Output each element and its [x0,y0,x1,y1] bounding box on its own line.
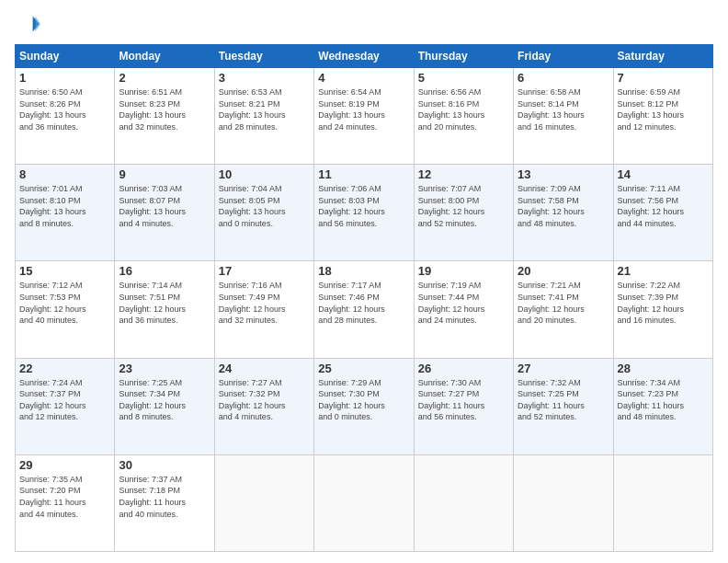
day-info: Sunrise: 7:14 AM Sunset: 7:51 PM Dayligh… [119,280,210,326]
calendar-cell: 12Sunrise: 7:07 AM Sunset: 8:00 PM Dayli… [414,165,513,261]
weekday-header-row: SundayMondayTuesdayWednesdayThursdayFrid… [16,45,713,68]
day-info: Sunrise: 7:06 AM Sunset: 8:03 PM Dayligh… [318,183,409,229]
calendar-cell: 27Sunrise: 7:32 AM Sunset: 7:25 PM Dayli… [514,358,613,454]
day-number: 17 [219,264,310,278]
day-number: 22 [19,362,110,375]
calendar-cell: 18Sunrise: 7:17 AM Sunset: 7:46 PM Dayli… [314,261,414,358]
day-number: 14 [618,167,709,181]
day-info: Sunrise: 7:22 AM Sunset: 7:39 PM Dayligh… [618,280,709,326]
calendar-cell [613,454,712,551]
day-info: Sunrise: 7:07 AM Sunset: 8:00 PM Dayligh… [418,183,509,229]
weekday-header-sunday: Sunday [16,45,115,68]
calendar-cell: 7Sunrise: 6:59 AM Sunset: 8:12 PM Daylig… [613,68,712,165]
calendar-cell: 11Sunrise: 7:06 AM Sunset: 8:03 PM Dayli… [314,165,414,261]
day-number: 16 [119,264,210,278]
page: SundayMondayTuesdayWednesdayThursdayFrid… [0,0,728,563]
header [15,11,713,37]
day-info: Sunrise: 7:30 AM Sunset: 7:27 PM Dayligh… [418,377,509,423]
day-info: Sunrise: 7:35 AM Sunset: 7:20 PM Dayligh… [19,474,110,520]
day-number: 13 [518,167,609,181]
calendar-cell: 22Sunrise: 7:24 AM Sunset: 7:37 PM Dayli… [16,358,115,454]
day-number: 19 [418,264,509,278]
day-info: Sunrise: 6:51 AM Sunset: 8:23 PM Dayligh… [119,86,210,132]
day-info: Sunrise: 7:04 AM Sunset: 8:05 PM Dayligh… [219,183,310,229]
day-info: Sunrise: 7:24 AM Sunset: 7:37 PM Dayligh… [19,377,110,423]
weekday-header-tuesday: Tuesday [214,45,313,68]
calendar-cell: 23Sunrise: 7:25 AM Sunset: 7:34 PM Dayli… [115,358,214,454]
day-number: 29 [19,458,110,472]
calendar-cell: 21Sunrise: 7:22 AM Sunset: 7:39 PM Dayli… [613,261,712,358]
calendar-cell: 9Sunrise: 7:03 AM Sunset: 8:07 PM Daylig… [115,165,214,261]
day-info: Sunrise: 7:21 AM Sunset: 7:41 PM Dayligh… [518,280,609,326]
calendar-cell [314,454,414,551]
calendar-cell: 20Sunrise: 7:21 AM Sunset: 7:41 PM Dayli… [514,261,613,358]
calendar-cell [214,454,313,551]
calendar-table: SundayMondayTuesdayWednesdayThursdayFrid… [15,44,713,552]
calendar-cell: 10Sunrise: 7:04 AM Sunset: 8:05 PM Dayli… [214,165,313,261]
svg-marker-1 [35,17,40,32]
day-info: Sunrise: 7:37 AM Sunset: 7:18 PM Dayligh… [119,474,210,520]
day-number: 5 [418,71,509,85]
day-info: Sunrise: 6:54 AM Sunset: 8:19 PM Dayligh… [318,86,409,132]
day-info: Sunrise: 7:34 AM Sunset: 7:23 PM Dayligh… [618,377,709,423]
calendar-week-row: 15Sunrise: 7:12 AM Sunset: 7:53 PM Dayli… [16,261,713,358]
weekday-header-saturday: Saturday [613,45,712,68]
day-number: 20 [518,264,609,278]
weekday-header-monday: Monday [115,45,214,68]
calendar-cell: 26Sunrise: 7:30 AM Sunset: 7:27 PM Dayli… [414,358,513,454]
day-info: Sunrise: 7:12 AM Sunset: 7:53 PM Dayligh… [19,280,110,326]
day-number: 9 [119,167,210,181]
calendar-cell: 5Sunrise: 6:56 AM Sunset: 8:16 PM Daylig… [414,68,513,165]
calendar-cell [514,454,613,551]
day-info: Sunrise: 7:01 AM Sunset: 8:10 PM Dayligh… [19,183,110,229]
calendar-cell: 2Sunrise: 6:51 AM Sunset: 8:23 PM Daylig… [115,68,214,165]
day-number: 21 [618,264,709,278]
calendar-week-row: 8Sunrise: 7:01 AM Sunset: 8:10 PM Daylig… [16,165,713,261]
day-number: 30 [119,458,210,472]
day-info: Sunrise: 7:29 AM Sunset: 7:30 PM Dayligh… [318,377,409,423]
day-number: 15 [19,264,110,278]
day-number: 25 [318,362,409,375]
day-number: 3 [219,71,310,85]
day-number: 4 [318,71,409,85]
day-number: 18 [318,264,409,278]
day-info: Sunrise: 7:19 AM Sunset: 7:44 PM Dayligh… [418,280,509,326]
calendar-cell: 14Sunrise: 7:11 AM Sunset: 7:56 PM Dayli… [613,165,712,261]
logo-icon [15,11,40,37]
day-info: Sunrise: 6:58 AM Sunset: 8:14 PM Dayligh… [518,86,609,132]
day-info: Sunrise: 6:59 AM Sunset: 8:12 PM Dayligh… [618,86,709,132]
calendar-week-row: 1Sunrise: 6:50 AM Sunset: 8:26 PM Daylig… [16,68,713,165]
calendar-week-row: 29Sunrise: 7:35 AM Sunset: 7:20 PM Dayli… [16,454,713,551]
day-number: 23 [119,362,210,375]
calendar-cell: 29Sunrise: 7:35 AM Sunset: 7:20 PM Dayli… [16,454,115,551]
day-info: Sunrise: 6:53 AM Sunset: 8:21 PM Dayligh… [219,86,310,132]
weekday-header-friday: Friday [514,45,613,68]
calendar-week-row: 22Sunrise: 7:24 AM Sunset: 7:37 PM Dayli… [16,358,713,454]
day-info: Sunrise: 6:56 AM Sunset: 8:16 PM Dayligh… [418,86,509,132]
weekday-header-thursday: Thursday [414,45,513,68]
day-info: Sunrise: 7:17 AM Sunset: 7:46 PM Dayligh… [318,280,409,326]
calendar-cell: 28Sunrise: 7:34 AM Sunset: 7:23 PM Dayli… [613,358,712,454]
day-info: Sunrise: 7:09 AM Sunset: 7:58 PM Dayligh… [518,183,609,229]
day-number: 7 [618,71,709,85]
day-number: 12 [418,167,509,181]
day-number: 28 [618,362,709,375]
calendar-cell: 13Sunrise: 7:09 AM Sunset: 7:58 PM Dayli… [514,165,613,261]
day-number: 11 [318,167,409,181]
calendar-cell: 30Sunrise: 7:37 AM Sunset: 7:18 PM Dayli… [115,454,214,551]
day-info: Sunrise: 7:27 AM Sunset: 7:32 PM Dayligh… [219,377,310,423]
calendar-cell: 1Sunrise: 6:50 AM Sunset: 8:26 PM Daylig… [16,68,115,165]
day-number: 26 [418,362,509,375]
day-info: Sunrise: 7:11 AM Sunset: 7:56 PM Dayligh… [618,183,709,229]
day-info: Sunrise: 7:32 AM Sunset: 7:25 PM Dayligh… [518,377,609,423]
weekday-header-wednesday: Wednesday [314,45,414,68]
day-number: 8 [19,167,110,181]
day-info: Sunrise: 7:25 AM Sunset: 7:34 PM Dayligh… [119,377,210,423]
calendar-cell: 16Sunrise: 7:14 AM Sunset: 7:51 PM Dayli… [115,261,214,358]
day-number: 1 [19,71,110,85]
day-number: 6 [518,71,609,85]
calendar-cell: 8Sunrise: 7:01 AM Sunset: 8:10 PM Daylig… [16,165,115,261]
logo [15,11,44,37]
calendar-cell: 4Sunrise: 6:54 AM Sunset: 8:19 PM Daylig… [314,68,414,165]
calendar-cell: 24Sunrise: 7:27 AM Sunset: 7:32 PM Dayli… [214,358,313,454]
